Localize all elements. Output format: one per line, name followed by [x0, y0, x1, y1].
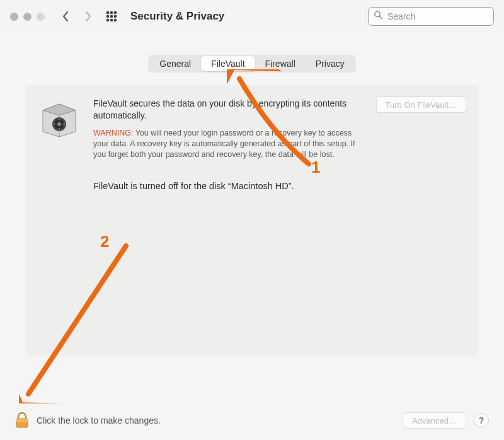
help-button[interactable]: ?: [474, 413, 489, 428]
content-area: Turn On FileVault… FileVault secures the…: [0, 85, 504, 401]
lock-icon[interactable]: [15, 412, 29, 429]
search-icon: [374, 11, 383, 23]
filevault-description: FileVault secures the data on your disk …: [93, 98, 364, 122]
preferences-window: Security & Privacy General FileVault Fir…: [0, 0, 504, 440]
filevault-icon: [39, 98, 79, 138]
footer: Click the lock to make changes. Advanced…: [0, 401, 504, 440]
tab-firewall[interactable]: Firewall: [255, 56, 306, 71]
minimize-window-button[interactable]: [23, 13, 32, 21]
search-container: [368, 7, 494, 26]
filevault-pane: Turn On FileVault… FileVault secures the…: [25, 85, 479, 356]
svg-line-1: [380, 16, 382, 19]
traffic-lights: [10, 13, 45, 21]
warning-label: WARNING:: [93, 129, 133, 137]
nav-arrows: [60, 11, 94, 22]
titlebar: Security & Privacy: [0, 0, 504, 33]
show-all-prefs-button[interactable]: [106, 11, 117, 21]
forward-button[interactable]: [83, 11, 94, 22]
svg-rect-13: [16, 419, 28, 422]
advanced-button[interactable]: Advanced…: [403, 412, 466, 429]
filevault-warning: WARNING: You will need your login passwo…: [93, 128, 364, 160]
tab-privacy[interactable]: Privacy: [306, 56, 355, 71]
lock-hint-text: Click the lock to make changes.: [37, 415, 161, 426]
close-window-button[interactable]: [10, 13, 18, 21]
tab-filevault[interactable]: FileVault: [201, 56, 255, 71]
back-button[interactable]: [60, 11, 71, 22]
warning-text: You will need your login password or a r…: [93, 129, 355, 159]
tab-general[interactable]: General: [149, 56, 201, 71]
maximize-window-button[interactable]: [37, 13, 45, 21]
tab-row: General FileVault Firewall Privacy: [0, 33, 504, 85]
filevault-status: FileVault is turned off for the disk “Ma…: [93, 181, 465, 191]
segmented-control: General FileVault Firewall Privacy: [148, 55, 355, 72]
svg-point-7: [57, 122, 61, 126]
window-title: Security & Privacy: [130, 10, 224, 23]
search-input[interactable]: [368, 7, 494, 26]
turn-on-filevault-button[interactable]: Turn On FileVault…: [376, 96, 466, 113]
